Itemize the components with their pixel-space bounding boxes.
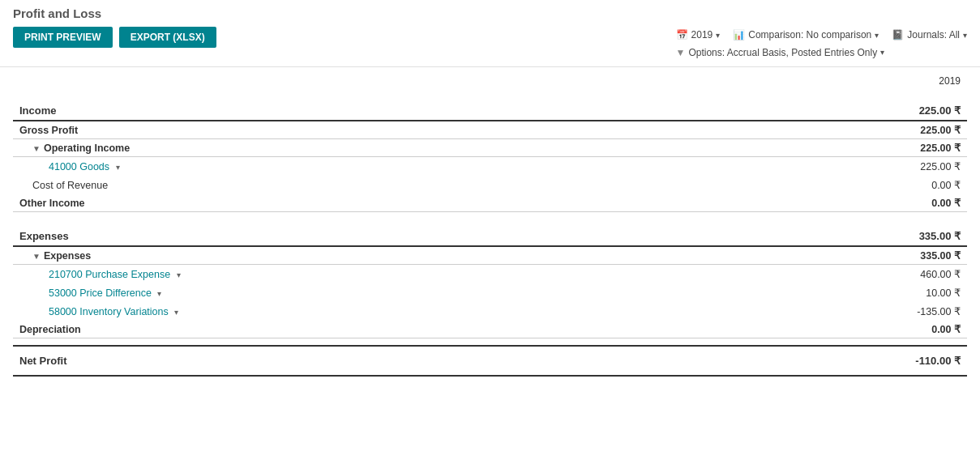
purchase-expense-caret[interactable]: ▾ (177, 270, 181, 279)
inventory-variations-value: -135.00 ₹ (909, 302, 967, 321)
comparison-filter[interactable]: 📊 Comparison: No comparison ▾ (733, 27, 879, 45)
journals-filter-label: Journals: All (907, 27, 960, 45)
income-value: 225.00 ₹ (909, 93, 967, 121)
options-caret: ▾ (880, 45, 884, 60)
other-income-value: 0.00 ₹ (909, 194, 967, 212)
depreciation-value: 0.00 ₹ (909, 321, 967, 338)
purchase-expense-value: 460.00 ₹ (909, 265, 967, 284)
toolbar-left: PRINT PREVIEW EXPORT (XLSX) (13, 27, 216, 48)
price-difference-caret[interactable]: ▾ (157, 289, 161, 298)
calendar-icon: 📅 (676, 27, 688, 45)
spacer-1 (13, 212, 967, 219)
other-income-row: Other Income 0.00 ₹ (13, 194, 967, 212)
filter-row-2: ▼ Options: Accrual Basis, Posted Entries… (676, 45, 967, 62)
year-caret: ▾ (716, 28, 720, 43)
toolbar: PRINT PREVIEW EXPORT (XLSX) 📅 2019 ▾ 📊 C… (13, 27, 967, 62)
operating-income-row: ▼Operating Income 225.00 ₹ (13, 139, 967, 157)
expenses-label: Expenses (13, 219, 909, 246)
price-difference-row: 53000 Price Difference ▾ 10.00 ₹ (13, 283, 967, 302)
expenses-subsection-label: ▼Expenses (13, 246, 909, 265)
gross-profit-row: Gross Profit 225.00 ₹ (13, 121, 967, 139)
purchase-expense-row: 210700 Purchase Expense ▾ 460.00 ₹ (13, 265, 967, 284)
price-difference-label: 53000 Price Difference ▾ (13, 283, 909, 302)
expenses-section-header: Expenses 335.00 ₹ (13, 219, 967, 246)
operating-income-value: 225.00 ₹ (909, 139, 967, 157)
spacer-2 (13, 338, 967, 347)
operating-income-caret[interactable]: ▼ (32, 144, 41, 153)
goods-caret[interactable]: ▾ (116, 163, 120, 172)
comparison-filter-label: Comparison: No comparison (748, 27, 871, 45)
cost-of-revenue-row: Cost of Revenue 0.00 ₹ (13, 176, 967, 194)
depreciation-row: Depreciation 0.00 ₹ (13, 321, 967, 338)
cost-of-revenue-label: Cost of Revenue (13, 176, 909, 194)
cost-of-revenue-value: 0.00 ₹ (909, 176, 967, 194)
operating-income-label: ▼Operating Income (13, 139, 909, 157)
goods-link[interactable]: 41000 Goods (49, 161, 109, 172)
label-col-header (13, 67, 909, 93)
net-profit-row: Net Profit -110.00 ₹ (13, 346, 967, 376)
export-xlsx-button[interactable]: EXPORT (XLSX) (119, 27, 216, 48)
price-difference-value: 10.00 ₹ (909, 283, 967, 302)
page-title: Profit and Loss (13, 6, 967, 20)
comparison-icon: 📊 (733, 27, 745, 45)
comparison-caret: ▾ (875, 28, 879, 43)
goods-row: 41000 Goods ▾ 225.00 ₹ (13, 157, 967, 177)
journals-caret: ▾ (963, 28, 967, 43)
filter-row-1: 📅 2019 ▾ 📊 Comparison: No comparison ▾ 📓… (676, 27, 967, 45)
net-profit-label: Net Profit (13, 346, 909, 376)
inventory-variations-caret[interactable]: ▾ (174, 308, 178, 317)
journals-filter[interactable]: 📓 Journals: All ▾ (892, 27, 967, 45)
expenses-subsection-row: ▼Expenses 335.00 ₹ (13, 246, 967, 265)
year-header-row: 2019 (13, 67, 967, 93)
expenses-subsection-value: 335.00 ₹ (909, 246, 967, 265)
options-filter-label: Options: Accrual Basis, Posted Entries O… (688, 45, 877, 62)
options-filter[interactable]: ▼ Options: Accrual Basis, Posted Entries… (676, 45, 885, 62)
expenses-caret[interactable]: ▼ (32, 252, 41, 261)
income-label: Income (13, 93, 909, 121)
toolbar-right: 📅 2019 ▾ 📊 Comparison: No comparison ▾ 📓… (676, 27, 967, 62)
inventory-variations-row: 58000 Inventory Variations ▾ -135.00 ₹ (13, 302, 967, 321)
print-preview-button[interactable]: PRINT PREVIEW (13, 27, 113, 48)
gross-profit-label: Gross Profit (13, 121, 909, 139)
report-table: 2019 Income 225.00 ₹ Gross Profit 225.00… (13, 67, 967, 377)
inventory-variations-label: 58000 Inventory Variations ▾ (13, 302, 909, 321)
page-header: Profit and Loss PRINT PREVIEW EXPORT (XL… (0, 0, 980, 67)
purchase-expense-label: 210700 Purchase Expense ▾ (13, 265, 909, 284)
purchase-expense-link[interactable]: 210700 Purchase Expense (49, 269, 170, 280)
options-icon: ▼ (676, 45, 686, 62)
other-income-label: Other Income (13, 194, 909, 212)
depreciation-label: Depreciation (13, 321, 909, 338)
report-container: 2019 Income 225.00 ₹ Gross Profit 225.00… (0, 67, 980, 377)
inventory-variations-link[interactable]: 58000 Inventory Variations (49, 306, 169, 317)
net-profit-value: -110.00 ₹ (909, 346, 967, 376)
year-col-header: 2019 (909, 67, 967, 93)
year-filter-label: 2019 (691, 27, 713, 45)
journals-icon: 📓 (892, 27, 904, 45)
goods-value: 225.00 ₹ (909, 157, 967, 177)
gross-profit-value: 225.00 ₹ (909, 121, 967, 139)
goods-label: 41000 Goods ▾ (13, 157, 909, 177)
income-section-header: Income 225.00 ₹ (13, 93, 967, 121)
expenses-value: 335.00 ₹ (909, 219, 967, 246)
year-filter[interactable]: 📅 2019 ▾ (676, 27, 721, 45)
price-difference-link[interactable]: 53000 Price Difference (49, 287, 152, 299)
